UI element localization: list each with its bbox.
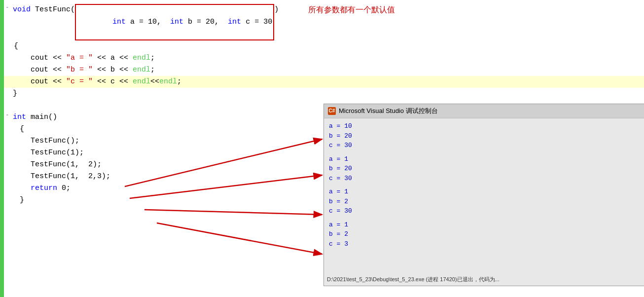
console-line-1-1: a = 10 xyxy=(329,121,639,131)
console-icon-label: C# xyxy=(329,107,335,115)
cout-a-line: cout << "a = " << a << endl ; xyxy=(4,52,644,64)
svg-line-3 xyxy=(144,210,322,215)
endl-3: endl xyxy=(133,76,150,87)
cout-b-line: cout << "b = " << b << endl ; xyxy=(4,64,644,76)
cout-a-text: cout << xyxy=(31,52,66,64)
semi-3: ; xyxy=(177,76,181,87)
int-keyword-main: int xyxy=(13,111,26,123)
console-group-1: a = 10 b = 20 c = 30 xyxy=(329,121,639,150)
fold-icon-1[interactable]: ⁃ xyxy=(6,4,12,12)
code-area: ⁃ void TestFunc( int a = 10, int b = 20,… xyxy=(4,0,644,297)
endl-chain: << xyxy=(150,76,159,87)
param-b: b = 20, xyxy=(183,18,228,26)
str-a: "a = " xyxy=(66,52,93,64)
console-line-4-3: c = 3 xyxy=(329,239,639,249)
testfunc-0-call: TestFunc(); xyxy=(31,135,79,147)
console-body: a = 10 b = 20 c = 30 a = 1 b = 20 c = 30… xyxy=(324,118,644,256)
console-line-1-3: c = 30 xyxy=(329,141,639,150)
brace-open-1: { xyxy=(14,40,18,52)
close-brace-1: } xyxy=(4,88,644,100)
func-name: TestFunc( xyxy=(31,4,75,15)
testfunc-1-call: TestFunc(1); xyxy=(31,147,84,158)
console-line-2-3: c = 30 xyxy=(329,174,639,184)
open-brace-1: { xyxy=(4,40,644,52)
console-line-2-2: b = 20 xyxy=(329,164,639,174)
console-title: Microsoft Visual Studio 调试控制台 xyxy=(339,106,438,116)
str-b: "b = " xyxy=(66,64,93,75)
cout-c-var: << c << xyxy=(93,76,133,87)
cout-b-text: cout << xyxy=(31,64,66,75)
semi-2: ; xyxy=(150,64,155,75)
endl-2: endl xyxy=(133,64,150,75)
int-keyword-b: int xyxy=(170,18,183,26)
console-line-1-2: b = 20 xyxy=(329,131,639,141)
int-keyword-c: int xyxy=(228,18,241,26)
svg-line-4 xyxy=(157,223,322,254)
main-container: ⁃ void TestFunc( int a = 10, int b = 20,… xyxy=(0,0,644,297)
console-icon: C# xyxy=(328,107,336,115)
console-line-4-1: a = 1 xyxy=(329,220,639,230)
brace-close-main: } xyxy=(20,194,24,206)
cout-c-line: cout << "c = " << c << endl << endl ; xyxy=(4,76,644,88)
console-line-3-3: c = 30 xyxy=(329,206,639,216)
left-green-bar xyxy=(0,0,4,297)
console-group-4: a = 1 b = 2 c = 3 xyxy=(329,220,639,249)
cout-b-var: << b << xyxy=(93,64,133,75)
console-line-2-1: a = 1 xyxy=(329,154,639,164)
console-window: C# Microsoft Visual Studio 调试控制台 a = 10 … xyxy=(323,104,644,286)
endl-4: endl xyxy=(159,76,177,87)
func-def-close-paren: ) xyxy=(274,4,279,15)
semi-1: ; xyxy=(150,52,155,64)
cout-c-text: cout << xyxy=(31,76,66,87)
func-def-line: ⁃ void TestFunc( int a = 10, int b = 20,… xyxy=(4,4,644,40)
console-status: D:\2021\test_5_23\Debug\test_5_23.exe (进… xyxy=(327,275,500,284)
testfunc-2-call: TestFunc(1, 2); xyxy=(31,159,102,170)
console-line-3-1: a = 1 xyxy=(329,187,639,197)
param-box: int a = 10, int b = 20, int c = 30 xyxy=(75,4,274,40)
main-func: main() xyxy=(26,111,57,123)
fold-icon-2[interactable]: ⁃ xyxy=(6,111,12,120)
console-titlebar: C# Microsoft Visual Studio 调试控制台 xyxy=(324,104,644,118)
console-line-4-2: b = 2 xyxy=(329,229,639,239)
console-group-2: a = 1 b = 20 c = 30 xyxy=(329,154,639,184)
param-c: c = 30 xyxy=(241,18,272,26)
str-c: "c = " xyxy=(66,76,93,87)
param-a: a = 10, xyxy=(126,18,170,26)
return-value: 0; xyxy=(57,183,71,194)
endl-1: endl xyxy=(133,52,150,64)
testfunc-3-call: TestFunc(1, 2,3); xyxy=(31,171,110,182)
annotation-text: 所有参数都有一个默认值 xyxy=(308,4,395,16)
int-keyword-a: int xyxy=(112,18,126,26)
brace-open-main: { xyxy=(20,123,24,135)
cout-a-var: << a << xyxy=(93,52,133,64)
console-group-3: a = 1 b = 2 c = 30 xyxy=(329,187,639,216)
void-keyword: void xyxy=(13,4,31,15)
brace-close-1: } xyxy=(13,88,17,99)
console-line-3-2: b = 2 xyxy=(329,197,639,207)
return-keyword: return xyxy=(31,183,57,194)
